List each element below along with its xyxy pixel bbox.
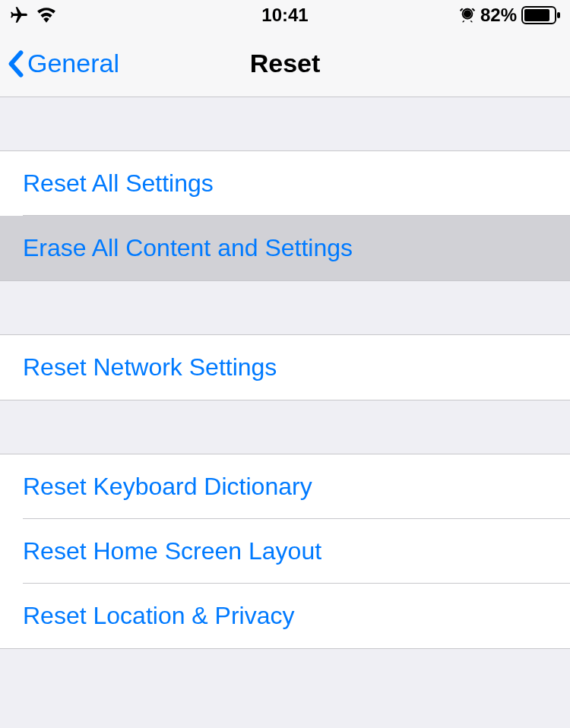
status-time: 10:41 bbox=[261, 5, 308, 26]
battery-percentage: 82% bbox=[480, 5, 517, 26]
reset-location-privacy-cell[interactable]: Reset Location & Privacy bbox=[0, 584, 570, 649]
cell-label: Reset Location & Privacy bbox=[23, 602, 295, 629]
svg-point-0 bbox=[464, 10, 471, 17]
page-title: Reset bbox=[250, 49, 321, 78]
alarm-icon bbox=[459, 7, 476, 24]
wifi-icon bbox=[36, 8, 56, 23]
reset-all-settings-cell[interactable]: Reset All Settings bbox=[0, 150, 570, 216]
airplane-mode-icon bbox=[9, 5, 29, 25]
back-label: General bbox=[27, 49, 119, 78]
erase-all-content-cell[interactable]: Erase All Content and Settings bbox=[0, 216, 570, 281]
reset-keyboard-dictionary-cell[interactable]: Reset Keyboard Dictionary bbox=[0, 454, 570, 519]
chevron-left-icon bbox=[8, 50, 24, 78]
back-button[interactable]: General bbox=[8, 49, 119, 78]
reset-network-settings-cell[interactable]: Reset Network Settings bbox=[0, 334, 570, 400]
reset-home-screen-layout-cell[interactable]: Reset Home Screen Layout bbox=[0, 519, 570, 584]
status-left bbox=[9, 5, 56, 25]
svg-rect-2 bbox=[524, 9, 549, 21]
cell-label: Reset Home Screen Layout bbox=[23, 537, 321, 565]
svg-rect-3 bbox=[557, 12, 560, 18]
battery-icon bbox=[521, 6, 561, 24]
cell-label: Reset All Settings bbox=[23, 169, 214, 197]
settings-content: Reset All Settings Erase All Content and… bbox=[0, 97, 570, 649]
cell-label: Erase All Content and Settings bbox=[23, 234, 353, 261]
navigation-bar: General Reset bbox=[0, 30, 570, 97]
group-spacer bbox=[0, 400, 570, 454]
group-spacer bbox=[0, 281, 570, 334]
cell-label: Reset Network Settings bbox=[23, 353, 277, 381]
group-spacer bbox=[0, 97, 570, 150]
status-bar: 10:41 82% bbox=[0, 0, 570, 30]
cell-label: Reset Keyboard Dictionary bbox=[23, 473, 312, 500]
status-right: 82% bbox=[459, 5, 561, 26]
